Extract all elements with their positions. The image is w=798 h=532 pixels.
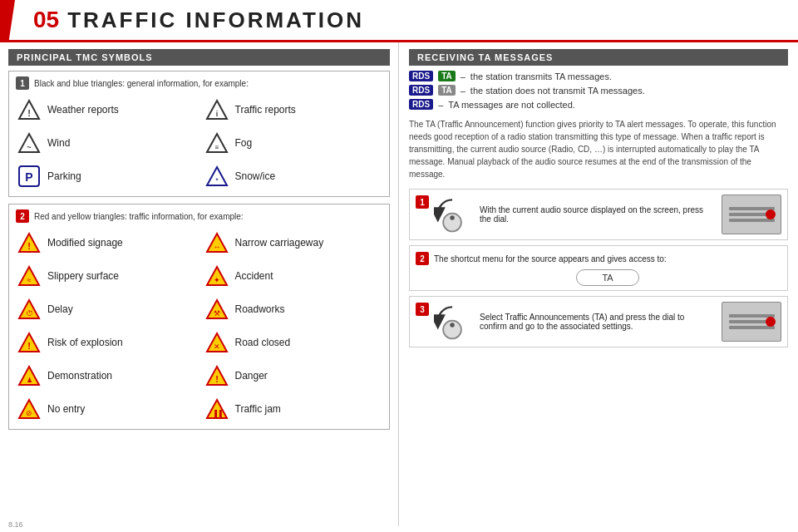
svg-text:i: i	[215, 110, 218, 118]
svg-text:✕: ✕	[214, 342, 220, 351]
roadworks-icon: ⚒	[204, 297, 230, 322]
rds-row-3: RDS – TA messages are not collected.	[409, 99, 788, 110]
rds-text: the station does not transmit TA message…	[470, 86, 645, 96]
rds-table: RDS TA – the station transmits TA messag…	[409, 71, 788, 110]
rds-text: TA messages are not collected.	[448, 100, 575, 110]
svg-text:!: !	[27, 241, 31, 251]
box2-label: 2 Red and yellow triangles: traffic info…	[16, 209, 382, 223]
main-content: PRINCIPAL TMC SYMBOLS 1 Black and blue t…	[0, 42, 798, 526]
ta-badge: TA	[438, 71, 456, 81]
page-header: 05 TRAFFIC INFORMATION	[0, 0, 798, 42]
item-label: Accident	[235, 270, 273, 282]
risk-explosion-icon: !	[16, 330, 42, 355]
list-item: ✦ Accident	[204, 261, 383, 291]
list-item: ↔ Narrow carriageway	[204, 228, 383, 258]
snowice-icon: *	[204, 164, 230, 189]
modified-signage-icon: !	[16, 230, 42, 255]
left-panel: PRINCIPAL TMC SYMBOLS 1 Black and blue t…	[0, 42, 399, 526]
list-item: ≈ Slippery surface	[16, 261, 195, 291]
item-label: Roadworks	[235, 303, 285, 315]
rds-badge: RDS	[409, 85, 433, 96]
item-label: Wind	[47, 137, 70, 149]
traffic-icon: i	[204, 97, 230, 122]
danger-icon: !	[204, 363, 230, 388]
svg-text:✦: ✦	[214, 276, 220, 284]
svg-text:⚒: ⚒	[214, 309, 220, 318]
demonstration-icon: ♟	[16, 363, 42, 388]
dash: –	[438, 100, 443, 110]
item-label: Modified signage	[47, 237, 123, 249]
header-accent	[0, 0, 15, 40]
list-item: ! Risk of explosion	[16, 328, 195, 357]
step2-text: The shortcut menu for the source appears…	[434, 254, 667, 264]
svg-point-39	[450, 323, 454, 327]
narrow-carriageway-icon: ↔	[204, 230, 230, 255]
accident-icon: ✦	[204, 264, 230, 288]
step1-badge: 1	[416, 195, 429, 209]
svg-text:!: !	[27, 341, 31, 351]
dash: –	[461, 71, 466, 81]
item-label: Weather reports	[47, 104, 119, 116]
svg-text:≈: ≈	[27, 276, 32, 284]
list-item: ! Modified signage	[16, 228, 195, 258]
dash: –	[461, 86, 466, 96]
rds-badge: RDS	[409, 71, 433, 81]
step2-content: The shortcut menu for the source appears…	[434, 250, 781, 286]
box2-badge: 2	[16, 209, 29, 223]
step1-content: With the current audio source displayed …	[434, 194, 781, 235]
svg-text:≡: ≡	[214, 144, 219, 151]
step1-knob-icon	[434, 194, 471, 235]
item-label: Traffic reports	[235, 104, 296, 116]
step3-text: Select Traffic Announcements (TA) and pr…	[480, 313, 713, 331]
ta-button-wrap: TA	[434, 269, 781, 286]
step3-content: Select Traffic Announcements (TA) and pr…	[434, 301, 781, 342]
step2-badge: 2	[416, 252, 429, 265]
svg-text:P: P	[25, 170, 32, 184]
screen-line	[729, 326, 775, 329]
svg-text:▐▐: ▐▐	[212, 409, 222, 418]
ta-badge-grey: TA	[438, 85, 456, 96]
rds-badge: RDS	[409, 99, 433, 110]
right-panel: RECEIVING TA MESSAGES RDS TA – the stati…	[399, 42, 798, 526]
slippery-surface-icon: ≈	[16, 264, 42, 288]
chapter-number: 05	[33, 7, 59, 33]
step1-section: 1 With the current audio source displaye	[409, 189, 788, 240]
item-label: Risk of explosion	[47, 337, 123, 348]
list-item: ✕ Road closed	[204, 328, 383, 357]
item-label: Snow/ice	[235, 170, 276, 182]
screen-dot	[766, 317, 776, 327]
screen-dot	[766, 209, 776, 219]
step3-screen-mock	[722, 302, 781, 342]
list-item: ▐▐ Traffic jam	[204, 394, 383, 424]
weather-icon: !	[16, 97, 42, 122]
svg-text:*: *	[215, 176, 219, 185]
item-label: Demonstration	[47, 370, 112, 382]
page-number: 8.16	[8, 520, 23, 529]
ta-button[interactable]: TA	[576, 269, 638, 286]
svg-text:!: !	[27, 108, 31, 118]
item-label: Fog	[235, 137, 253, 149]
rds-row-2: RDS TA – the station does not transmit T…	[409, 85, 788, 96]
box1: 1 Black and blue triangles: general info…	[8, 71, 390, 197]
no-entry-icon: ⊘	[16, 397, 42, 421]
step1-screen-mock	[722, 195, 781, 234]
road-closed-icon: ✕	[204, 330, 230, 355]
fog-icon: ≡	[204, 131, 230, 155]
svg-text:♟: ♟	[27, 377, 32, 384]
rds-text: the station transmits TA messages.	[470, 71, 612, 81]
item-label: Delay	[47, 303, 73, 315]
step3-knob-icon	[434, 301, 471, 342]
box2-label-text: Red and yellow triangles: traffic inform…	[34, 212, 244, 221]
list-item: * Snow/ice	[204, 161, 383, 191]
box2-items: ! Modified signage ↔ Narrow carriageway	[16, 228, 382, 424]
item-label: Danger	[235, 370, 268, 382]
svg-text:↔: ↔	[213, 243, 220, 251]
right-section-header: RECEIVING TA MESSAGES	[409, 49, 788, 66]
svg-point-37	[450, 215, 454, 219]
item-label: Narrow carriageway	[235, 237, 324, 249]
list-item: ♟ Demonstration	[16, 361, 195, 391]
left-section-header: PRINCIPAL TMC SYMBOLS	[8, 49, 390, 66]
list-item: ≡ Fog	[204, 128, 383, 158]
box1-items: ! Weather reports i Traffic reports	[16, 95, 382, 191]
step1-text: With the current audio source displayed …	[480, 205, 713, 224]
